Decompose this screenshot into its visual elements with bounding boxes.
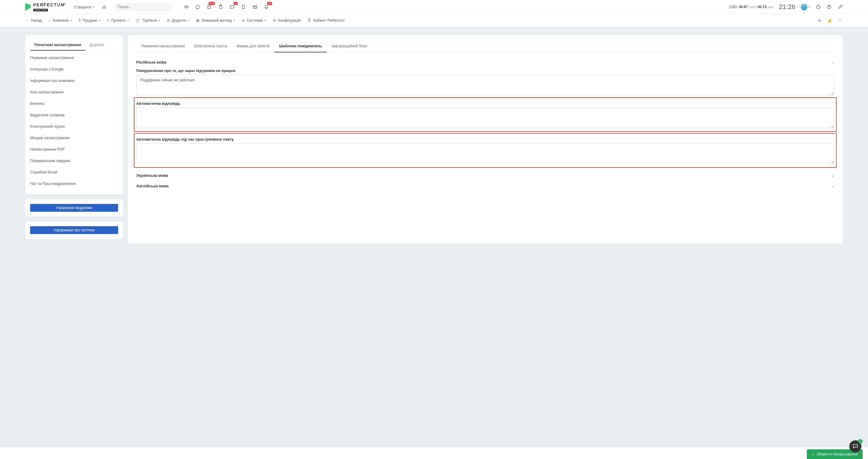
side-link[interactable]: Інші налаштування — [30, 87, 118, 98]
nav-back[interactable]: ←Назад — [25, 18, 42, 23]
highlight-box-1: Автоматична відповідь — [134, 97, 837, 132]
chevron-down-icon: ▾ — [234, 19, 235, 22]
arrow-left-icon: ← — [25, 18, 29, 23]
cart-icon: 🛒 — [135, 18, 141, 23]
main-tab-initial[interactable]: Первинне налаштування — [136, 40, 190, 53]
chevron-down-icon: ⌄ — [832, 60, 834, 64]
currency-rate: USD: 40.67 UAH / 40.73 UAH — [729, 5, 773, 9]
section-title: Англійська мова — [136, 184, 168, 188]
side-link[interactable]: Службові Email — [30, 167, 118, 178]
registered-icon: ® — [64, 2, 66, 5]
auto-reply-textarea[interactable] — [136, 107, 834, 128]
side-link[interactable]: Налаштування PDF — [30, 144, 118, 155]
side-tab-initial[interactable]: Початкові налаштування — [30, 40, 85, 51]
nav-trade[interactable]: 🛒Торгівля▾ — [135, 18, 160, 23]
help-icon[interactable] — [827, 4, 832, 10]
search-input[interactable] — [114, 3, 174, 11]
plus-box-icon: ⊞ — [167, 18, 170, 23]
side-link[interactable]: Безпека — [30, 98, 118, 109]
side-link[interactable]: Віддалене сховище — [30, 109, 118, 121]
checklist-icon[interactable]: 274 — [207, 4, 212, 10]
bell-icon[interactable]: 31 — [264, 4, 269, 10]
content: Початкові налаштування Додатки Первинне … — [0, 27, 868, 252]
chevron-down-icon: ▾ — [265, 19, 266, 22]
chat-bubble-icon[interactable] — [195, 4, 200, 10]
dollar-icon: $ — [79, 18, 81, 23]
svg-rect-1 — [208, 5, 211, 9]
svg-rect-4 — [230, 5, 234, 8]
highlight-box-2: Автоматична відповідь під час прострочен… — [134, 133, 837, 168]
nav-addons[interactable]: ⊞Додатки▾ — [167, 18, 189, 23]
chevron-down-icon: ⌄ — [832, 173, 834, 177]
modules-button[interactable]: Управління модулями — [30, 204, 118, 212]
side-link[interactable]: Первинне налаштування — [30, 52, 118, 64]
section-english[interactable]: Англійська мова ⌄ — [136, 179, 834, 190]
clipboard-icon[interactable] — [218, 4, 223, 10]
side-link[interactable]: Чат та Пуш-повідомлення — [30, 178, 118, 190]
main-tab-form[interactable]: Форма для запитів — [232, 40, 274, 53]
side-tab-addons[interactable]: Додатки — [85, 40, 108, 51]
svg-point-0 — [196, 5, 199, 9]
briefcase-icon: 🗄 — [307, 18, 311, 23]
field-label-support-off: Повідомлення про те, що зараз підтримка … — [136, 69, 834, 73]
side-link[interactable]: Планувальник завдань — [30, 155, 118, 167]
side-link[interactable]: Електронний підпис — [30, 121, 118, 132]
create-label: Створити — [74, 5, 91, 9]
message-icon[interactable]: 4 — [229, 4, 235, 10]
badge-count: 31 — [267, 2, 272, 5]
nav-config[interactable]: ⚙Конфігурація — [273, 18, 301, 23]
logo[interactable]: PERFECTUM ® CRM+ERP — [25, 2, 66, 12]
navbar: ←Назад ⌂Компанія▾ $Продажі▾ ≡Проекти▾ 🛒Т… — [0, 14, 868, 27]
top-icons: 274 4 31 — [184, 4, 269, 10]
sound-icon[interactable] — [184, 4, 189, 10]
side-link[interactable]: Місцеві налаштування — [30, 132, 118, 144]
layers-icon[interactable]: ≣ — [817, 18, 822, 23]
side-link[interactable]: Інформація про компанію — [30, 75, 118, 87]
chevron-down-icon: ▾ — [809, 5, 810, 8]
mail-icon[interactable] — [252, 4, 258, 10]
clock: 21:26 — [779, 3, 795, 11]
chevron-down-icon: ⌄ — [832, 184, 834, 188]
section-ukrainian[interactable]: Українська мова ⌄ — [136, 169, 834, 179]
chevron-down-icon: ▾ — [158, 19, 160, 22]
nav-sales[interactable]: $Продажі▾ — [79, 18, 100, 23]
field-label-auto-reply: Автоматична відповідь — [136, 101, 834, 106]
building-icon: ⌂ — [49, 18, 51, 23]
sysinfo-button[interactable]: Інформація про систему — [30, 226, 118, 234]
support-off-textarea[interactable] — [136, 75, 834, 95]
section-russian[interactable]: Російська мова ⌄ — [136, 58, 834, 66]
nav-system[interactable]: ⊕Системні▾ — [242, 18, 266, 23]
badge-count: 274 — [209, 2, 215, 5]
section-title: Українська мова — [136, 173, 168, 178]
side-nav-card: Початкові налаштування Додатки Первинне … — [25, 35, 123, 194]
star-icon[interactable]: ☆ — [837, 18, 843, 23]
logo-mark-icon — [25, 3, 31, 11]
create-button[interactable]: Створити ▾ — [74, 5, 94, 9]
topbar-right: USD: 40.67 UAH / 40.73 UAH 21:26 ▾ — [729, 3, 843, 11]
document-icon[interactable] — [241, 4, 246, 10]
nav-cabinet[interactable]: 🗄Кабінет Perfectum — [307, 18, 344, 23]
nav-appearance[interactable]: ▣Зовнішній вигляд▾ — [196, 18, 235, 23]
chevron-down-icon: ▾ — [127, 19, 129, 22]
overdue-reply-textarea[interactable] — [136, 143, 834, 164]
nav-projects[interactable]: ≡Проекти▾ — [107, 18, 129, 23]
main-card: Первинне налаштування Електронна пошта Ф… — [128, 35, 843, 244]
logo-text: PERFECTUM — [33, 2, 65, 7]
image-icon: ▣ — [196, 18, 199, 23]
user-menu[interactable]: ▾ — [801, 4, 810, 10]
chevron-down-icon: ▾ — [93, 5, 94, 8]
main-tab-infoblock[interactable]: Інформаційний блок — [327, 40, 372, 53]
side-modules-card: Управління модулями — [25, 199, 123, 217]
layers-icon: ≡ — [107, 18, 110, 23]
side-link[interactable]: Інтеграція з Google — [30, 64, 118, 75]
nav-company[interactable]: ⌂Компанія▾ — [49, 18, 72, 23]
main-tab-email[interactable]: Електронна пошта — [190, 40, 232, 53]
main-tab-templates[interactable]: Шаблони повідомлень — [274, 40, 327, 53]
wrench-icon[interactable] — [837, 4, 843, 10]
badge-count: 4 — [234, 2, 238, 5]
power-icon[interactable] — [815, 4, 821, 10]
sliders-icon: ⚙ — [273, 18, 276, 23]
side-sysinfo-card: Інформація про систему — [25, 221, 123, 239]
chart-icon[interactable] — [101, 4, 106, 9]
hand-icon[interactable]: ☝ — [827, 18, 832, 23]
